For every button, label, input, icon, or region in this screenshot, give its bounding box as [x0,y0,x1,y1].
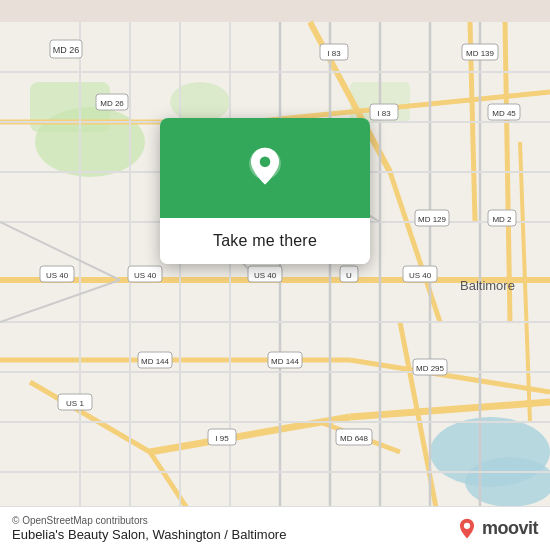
location-name: Eubelia's Beauty Salon, Washington / Bal… [12,527,286,542]
svg-text:Baltimore: Baltimore [460,278,515,293]
svg-text:MD 26: MD 26 [100,99,124,108]
svg-text:US 40: US 40 [46,271,69,280]
svg-text:US 40: US 40 [409,271,432,280]
svg-text:I 83: I 83 [377,109,391,118]
take-me-there-button[interactable]: Take me there [160,218,370,264]
svg-text:US 40: US 40 [254,271,277,280]
osm-attribution: © OpenStreetMap contributors [12,515,286,526]
svg-point-88 [464,522,470,528]
svg-text:MD 295: MD 295 [416,364,445,373]
svg-text:MD 144: MD 144 [141,357,170,366]
svg-text:I 83: I 83 [327,49,341,58]
moovit-logo: moovit [456,518,538,540]
moovit-text: moovit [482,518,538,539]
map-background: MD 26 I 83 MD 139 MD 26 MD 26 I 83 MD 45… [0,0,550,550]
svg-text:MD 26: MD 26 [53,45,80,55]
popup-map-preview [160,118,370,218]
svg-text:MD 2: MD 2 [492,215,512,224]
svg-text:I 95: I 95 [215,434,229,443]
svg-text:MD 129: MD 129 [418,215,447,224]
location-pin-icon [243,146,287,190]
svg-text:MD 139: MD 139 [466,49,495,58]
bottom-bar-left: © OpenStreetMap contributors Eubelia's B… [12,515,286,542]
svg-text:MD 144: MD 144 [271,357,300,366]
svg-text:MD 648: MD 648 [340,434,369,443]
moovit-pin-icon [456,518,478,540]
svg-text:MD 45: MD 45 [492,109,516,118]
bottom-bar: © OpenStreetMap contributors Eubelia's B… [0,506,550,550]
map-container: MD 26 I 83 MD 139 MD 26 MD 26 I 83 MD 45… [0,0,550,550]
svg-text:U: U [346,271,352,280]
popup-card: Take me there [160,118,370,264]
svg-text:US 1: US 1 [66,399,84,408]
svg-text:US 40: US 40 [134,271,157,280]
svg-point-87 [260,157,271,168]
